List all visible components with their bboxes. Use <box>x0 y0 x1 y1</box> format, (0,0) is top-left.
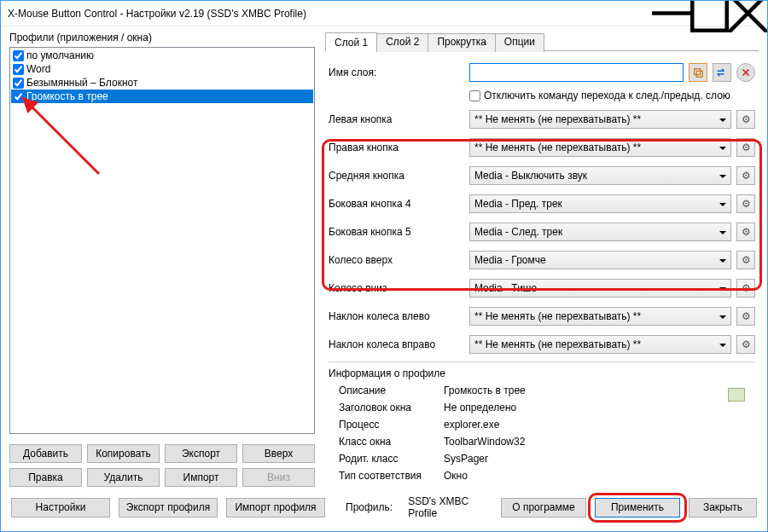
right-button-combo[interactable]: ** Не менять (не перехватывать) ** <box>469 138 731 157</box>
tilt-left-combo[interactable]: ** Не менять (не перехватывать) ** <box>469 307 731 326</box>
export-button[interactable]: Экспорт <box>165 444 237 463</box>
middle-button-combo[interactable]: Media - Выключить звук <box>469 166 731 185</box>
gear-icon: ⚙ <box>742 226 751 238</box>
right-button-gear[interactable]: ⚙ <box>736 138 755 157</box>
info-title-key: Заголовок окна <box>329 402 444 419</box>
side4-button-combo[interactable]: Media - Пред. трек <box>469 194 731 213</box>
wheel-up-label: Колесо вверх <box>329 254 469 266</box>
close-app-button[interactable]: Закрыть <box>689 498 757 518</box>
gear-icon: ⚙ <box>742 338 751 350</box>
side5-button-gear[interactable]: ⚙ <box>736 223 755 241</box>
import-button[interactable]: Импорт <box>165 468 237 487</box>
tab-options[interactable]: Опции <box>495 33 544 52</box>
tilt-left-label: Наклон колеса влево <box>329 310 469 322</box>
tab-strip: Слой 1 Слой 2 Прокрутка Опции <box>325 32 759 51</box>
up-button[interactable]: Вверх <box>242 444 315 463</box>
gear-icon: ⚙ <box>742 113 751 125</box>
gear-icon: ⚙ <box>742 282 751 294</box>
apply-button[interactable]: Применить <box>595 498 680 518</box>
side4-button-gear[interactable]: ⚙ <box>736 194 755 213</box>
down-button[interactable]: Вниз <box>242 468 315 487</box>
profile-info-heading: Информация о профиле <box>329 367 755 379</box>
info-desc-key: Описание <box>329 385 444 402</box>
profile-info-icon <box>728 388 745 402</box>
left-button-label: Левая кнопка <box>329 113 469 125</box>
profile-label: по умолчанию <box>26 49 94 61</box>
info-title-val: Не определено <box>444 402 516 419</box>
layer-name-label: Имя слоя: <box>329 66 469 78</box>
left-button-gear[interactable]: ⚙ <box>736 110 755 129</box>
titlebar: X-Mouse Button Control - Настройки v2.19… <box>1 1 767 26</box>
side5-button-label: Боковая кнопка 5 <box>329 226 469 238</box>
about-button[interactable]: О программе <box>501 498 586 518</box>
side5-button-combo[interactable]: Media - След. трек <box>469 223 731 241</box>
info-match-key: Тип соответствия <box>329 470 444 487</box>
profile-list[interactable]: по умолчанию Word Безымянный – Блокнот Г… <box>9 47 315 434</box>
layer-name-input[interactable] <box>469 63 684 82</box>
profile-item-word[interactable]: Word <box>11 62 313 76</box>
tilt-right-combo[interactable]: ** Не менять (не перехватывать) ** <box>469 335 731 354</box>
wheel-down-gear[interactable]: ⚙ <box>736 279 755 298</box>
settings-button[interactable]: Настройки <box>11 498 110 518</box>
profile-checkbox[interactable] <box>13 64 24 75</box>
profile-label: Word <box>26 63 50 75</box>
middle-button-label: Средняя кнопка <box>329 170 469 182</box>
export-profile-button[interactable]: Экспорт профиля <box>119 498 218 518</box>
info-pclass-key: Родит. класс <box>329 453 444 470</box>
bottom-bar: Настройки Экспорт профиля Импорт профиля… <box>1 487 767 528</box>
close-button[interactable] <box>729 1 767 26</box>
swap-layer-button[interactable] <box>713 63 731 82</box>
left-button-combo[interactable]: ** Не менять (не перехватывать) ** <box>469 110 731 129</box>
svg-rect-2 <box>695 68 701 74</box>
profile-item-volume[interactable]: Громкость в трее <box>11 90 313 103</box>
svg-rect-3 <box>696 71 702 77</box>
info-pclass-val: SysPager <box>444 453 488 470</box>
tilt-left-gear[interactable]: ⚙ <box>736 307 755 326</box>
tab-layer1[interactable]: Слой 1 <box>325 32 377 51</box>
info-proc-val: explorer.exe <box>444 419 499 436</box>
add-button[interactable]: Добавить <box>9 444 82 463</box>
right-button-label: Правая кнопка <box>329 142 469 153</box>
gear-icon: ⚙ <box>742 170 751 182</box>
info-desc-val: Громкость в трее <box>444 385 526 402</box>
svg-rect-0 <box>692 0 727 31</box>
wheel-up-gear[interactable]: ⚙ <box>736 251 755 269</box>
window-title: X-Mouse Button Control - Настройки v2.19… <box>8 8 652 20</box>
info-class-val: ToolbarWindow32 <box>444 436 525 453</box>
profile-label: Безымянный – Блокнот <box>26 77 137 89</box>
minimize-button[interactable] <box>652 1 690 26</box>
gear-icon: ⚙ <box>742 198 751 210</box>
profile-checkbox[interactable] <box>13 50 24 61</box>
delete-button[interactable]: Удалить <box>87 468 160 487</box>
profile-label: Громкость в трее <box>26 90 108 102</box>
copy-button[interactable]: Копировать <box>87 444 160 463</box>
edit-button[interactable]: Правка <box>9 468 82 487</box>
tilt-right-gear[interactable]: ⚙ <box>736 335 755 354</box>
current-profile-value: SSD's XMBC Profile <box>408 495 492 519</box>
gear-icon: ⚙ <box>742 142 751 153</box>
current-profile-label: Профиль: <box>346 501 393 513</box>
side4-button-label: Боковая кнопка 4 <box>329 198 469 210</box>
info-match-val: Окно <box>444 470 468 487</box>
tilt-right-label: Наклон колеса вправо <box>329 338 469 350</box>
info-class-key: Класс окна <box>329 436 444 453</box>
disable-layer-switch-label: Отключить команду перехода к след./преды… <box>484 90 730 101</box>
profiles-heading: Профили (приложения / окна) <box>9 32 315 43</box>
info-proc-key: Процесс <box>329 419 444 436</box>
copy-layer-button[interactable] <box>689 63 707 82</box>
profile-item-default[interactable]: по умолчанию <box>11 49 313 62</box>
wheel-down-combo[interactable]: Media - Тише <box>469 279 731 298</box>
import-profile-button[interactable]: Импорт профиля <box>226 498 325 518</box>
tab-layer2[interactable]: Слой 2 <box>376 33 428 52</box>
tab-scroll[interactable]: Прокрутка <box>428 33 495 52</box>
profile-item-notepad[interactable]: Безымянный – Блокнот <box>11 76 313 90</box>
svg-line-1 <box>22 97 99 174</box>
profile-checkbox[interactable] <box>13 78 24 89</box>
reset-layer-button[interactable] <box>736 63 755 82</box>
gear-icon: ⚙ <box>742 310 751 322</box>
profile-checkbox[interactable] <box>13 91 24 102</box>
wheel-up-combo[interactable]: Media - Громче <box>469 251 731 269</box>
maximize-button[interactable] <box>690 1 729 26</box>
middle-button-gear[interactable]: ⚙ <box>736 166 755 185</box>
disable-layer-switch-checkbox[interactable] <box>469 90 480 101</box>
